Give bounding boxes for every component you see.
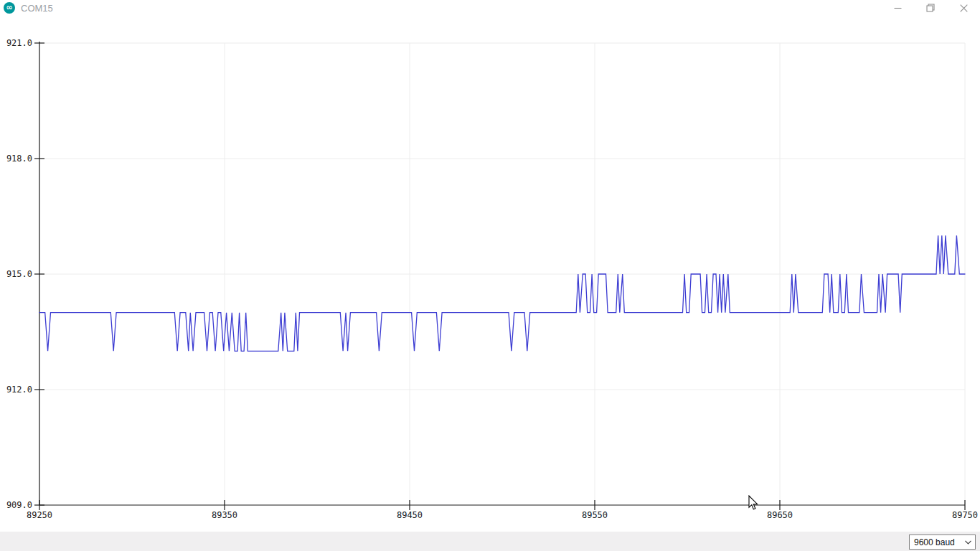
close-icon: [960, 4, 968, 12]
restore-button[interactable]: [914, 0, 947, 16]
plot-canvas: 921.0918.0915.0912.0909.0892508935089450…: [0, 7, 980, 531]
chevron-down-icon: [965, 540, 971, 545]
minimize-button[interactable]: [881, 0, 914, 16]
x-tick-label: 89250: [27, 510, 52, 520]
y-tick-label: 915.0: [6, 269, 32, 279]
y-tick-label: 909.0: [6, 500, 32, 510]
x-tick-label: 89650: [767, 510, 793, 520]
arduino-logo-icon: ∞: [4, 2, 15, 14]
x-tick-label: 89750: [952, 510, 978, 520]
mouse-cursor: [748, 495, 759, 511]
x-tick-label: 89350: [212, 510, 237, 520]
y-tick-label: 921.0: [6, 38, 32, 48]
restore-icon: [926, 4, 935, 12]
statusbar: 9600 baud: [0, 532, 980, 551]
x-tick-label: 89450: [397, 510, 423, 520]
close-button[interactable]: [947, 0, 980, 16]
x-tick-label: 89550: [582, 510, 608, 520]
window-controls: [881, 0, 980, 16]
baud-rate-value: 9600 baud: [914, 537, 955, 547]
baud-rate-select[interactable]: 9600 baud: [909, 534, 976, 550]
window-title: COM15: [21, 3, 53, 14]
y-tick-label: 912.0: [6, 385, 32, 395]
y-tick-label: 918.0: [6, 154, 32, 164]
titlebar: ∞ COM15: [0, 0, 980, 16]
signal-trace: [39, 235, 965, 351]
minimize-icon: [894, 4, 902, 12]
